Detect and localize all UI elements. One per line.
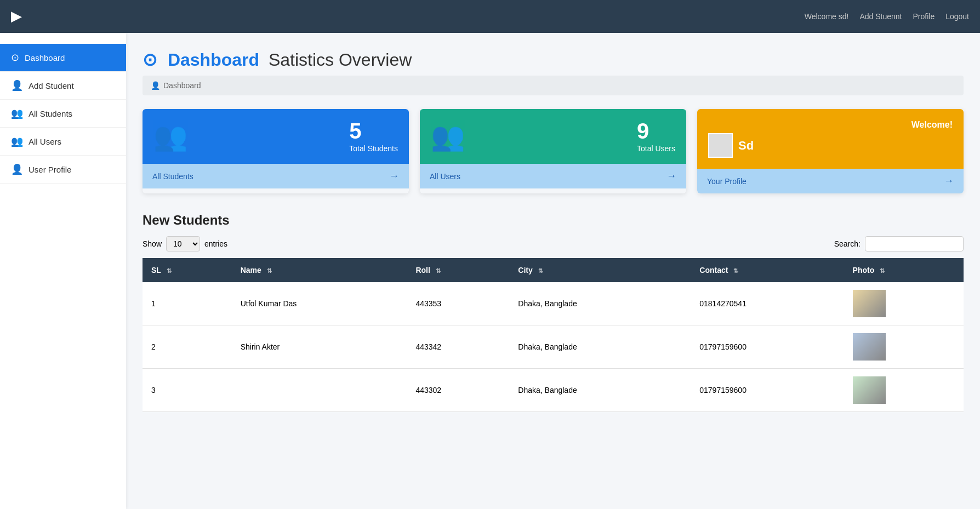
page-title-blue: Dashboard [168, 50, 259, 70]
users-count: 9 [637, 120, 675, 142]
page-title-rest: Satistics Overview [269, 50, 412, 70]
students-card-info: 5 Total Students [349, 120, 398, 153]
show-entries: Show 10 25 50 100 entries [143, 236, 227, 251]
welcome-text: Welcome sd! [805, 12, 849, 21]
table-controls: Show 10 25 50 100 entries Search: [143, 236, 964, 251]
students-card-icon: 👥 [153, 121, 187, 152]
group-icon: 👥 [11, 107, 23, 119]
sort-icon-contact: ⇅ [733, 267, 738, 274]
page-title: ⊙ Dashboard Satistics Overview [143, 49, 964, 70]
students-table: SL ⇅ Name ⇅ Roll ⇅ City ⇅ [143, 258, 964, 412]
sidebar-item-label: All Users [29, 137, 61, 146]
cell-city: Dhaka, Banglade [509, 282, 691, 325]
breadcrumb: 👤 Dashboard [143, 76, 964, 95]
sidebar-item-label: All Students [29, 109, 72, 118]
cell-contact: 01814270541 [691, 282, 844, 325]
cell-sl: 3 [143, 369, 232, 412]
cell-photo [844, 369, 964, 412]
cell-sl: 2 [143, 325, 232, 369]
sidebar-item-label: Add Student [29, 81, 74, 90]
sort-icon-city: ⇅ [538, 267, 543, 274]
sidebar-item-label: User Profile [29, 165, 71, 174]
header-nav: Welcome sd! Add Stuennt Profile Logout [805, 12, 969, 21]
sidebar-item-dashboard[interactable]: ⊙ Dashboard [0, 44, 126, 72]
cell-sl: 1 [143, 282, 232, 325]
table-body: 1 Utfol Kumar Das 443353 Dhaka, Banglade… [143, 282, 964, 412]
cell-roll: 443302 [407, 369, 509, 412]
breadcrumb-text: Dashboard [163, 81, 201, 90]
col-name[interactable]: Name ⇅ [232, 258, 407, 282]
all-students-link-text: All Students [152, 172, 193, 181]
welcome-row: Welcome! [708, 120, 953, 130]
col-photo[interactable]: Photo ⇅ [844, 258, 964, 282]
search-label: Search: [834, 239, 861, 248]
students-card: 👥 5 Total Students All Students → [143, 109, 409, 193]
main-content: ⊙ Dashboard Satistics Overview 👤 Dashboa… [126, 33, 980, 509]
col-roll[interactable]: Roll ⇅ [407, 258, 509, 282]
welcome-text-card: Welcome! [911, 120, 953, 130]
logo-icon: ▶ [11, 9, 21, 24]
user-row: Sd [708, 133, 754, 158]
username-text: Sd [738, 139, 754, 153]
users-icon: 👥 [11, 135, 23, 147]
sort-icon-name: ⇅ [267, 267, 272, 274]
header: ▶ Welcome sd! Add Stuennt Profile Logout [0, 0, 980, 33]
users-card-link[interactable]: All Users → [420, 164, 686, 188]
cell-city: Dhaka, Banglade [509, 325, 691, 369]
sort-icon-roll: ⇅ [436, 267, 441, 274]
table-row: 2 Shirin Akter 443342 Dhaka, Banglade 01… [143, 325, 964, 369]
users-label: Total Users [637, 144, 675, 153]
cell-roll: 443342 [407, 325, 509, 369]
cell-contact: 01797159600 [691, 325, 844, 369]
sidebar-item-add-student[interactable]: 👤 Add Student [0, 72, 126, 100]
sidebar-item-user-profile[interactable]: 👤 User Profile [0, 156, 126, 184]
add-student-link[interactable]: Add Stuennt [859, 12, 902, 21]
profile-link-text: Your Profile [707, 177, 747, 186]
show-label: Show [143, 239, 162, 248]
all-users-link-text: All Users [430, 172, 460, 181]
cell-contact: 01797159600 [691, 369, 844, 412]
users-card: 👥 9 Total Users All Users → [420, 109, 686, 193]
col-city[interactable]: City ⇅ [509, 258, 691, 282]
profile-link[interactable]: Profile [913, 12, 935, 21]
table-header: SL ⇅ Name ⇅ Roll ⇅ City ⇅ [143, 258, 964, 282]
photo-placeholder [853, 290, 886, 317]
col-contact[interactable]: Contact ⇅ [691, 258, 844, 282]
table-row: 3 443302 Dhaka, Banglade 01797159600 [143, 369, 964, 412]
dashboard-icon-title: ⊙ [143, 50, 157, 70]
cell-name: Shirin Akter [232, 325, 407, 369]
arrow-right-icon: → [666, 170, 676, 182]
entries-select[interactable]: 10 25 50 100 [166, 236, 200, 251]
users-card-top: 👥 9 Total Users [420, 109, 686, 164]
sidebar: ⊙ Dashboard 👤 Add Student 👥 All Students… [0, 33, 126, 509]
avatar [708, 133, 733, 158]
users-card-info: 9 Total Users [637, 120, 675, 153]
students-label: Total Students [349, 144, 398, 153]
cell-photo [844, 325, 964, 369]
arrow-right-icon: → [944, 175, 954, 187]
profile-card-link[interactable]: Your Profile → [697, 169, 964, 193]
search-input[interactable] [865, 236, 964, 251]
table-row: 1 Utfol Kumar Das 443353 Dhaka, Banglade… [143, 282, 964, 325]
cell-photo [844, 282, 964, 325]
cell-name [232, 369, 407, 412]
entries-label: entries [204, 239, 227, 248]
search-box: Search: [834, 236, 964, 251]
layout: ⊙ Dashboard 👤 Add Student 👥 All Students… [0, 33, 980, 509]
users-card-icon: 👥 [431, 121, 465, 152]
breadcrumb-icon: 👤 [151, 81, 160, 90]
sort-icon-sl: ⇅ [167, 267, 172, 274]
sidebar-item-all-students[interactable]: 👥 All Students [0, 100, 126, 128]
cell-name: Utfol Kumar Das [232, 282, 407, 325]
sidebar-item-label: Dashboard [25, 53, 65, 62]
profile-icon: 👤 [11, 163, 23, 175]
sidebar-item-all-users[interactable]: 👥 All Users [0, 128, 126, 156]
students-card-link[interactable]: All Students → [143, 164, 409, 188]
photo-placeholder [853, 333, 886, 361]
profile-card-top: Welcome! Sd [697, 109, 964, 169]
logout-link[interactable]: Logout [945, 12, 969, 21]
students-card-top: 👥 5 Total Students [143, 109, 409, 164]
cell-roll: 443353 [407, 282, 509, 325]
col-sl[interactable]: SL ⇅ [143, 258, 232, 282]
new-students-title: New Students [143, 213, 964, 228]
